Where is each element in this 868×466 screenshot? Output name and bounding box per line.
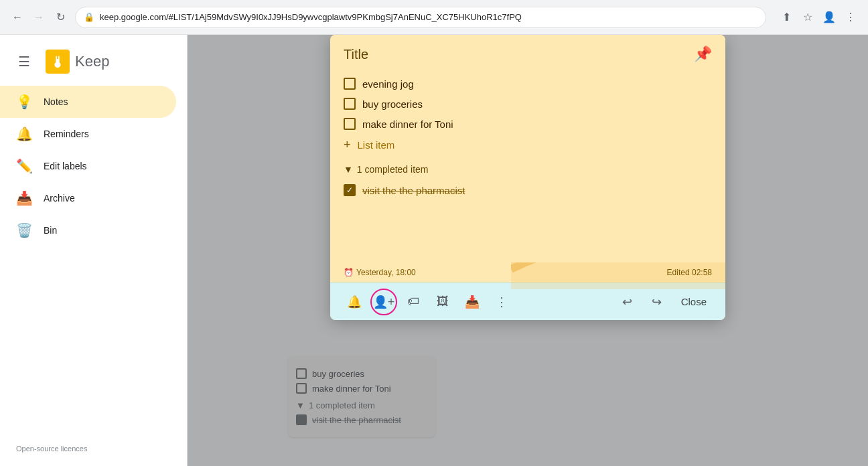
collaborator-button[interactable]: 👤+ bbox=[370, 289, 397, 315]
checkmark-icon: ✓ bbox=[346, 185, 353, 195]
checklist-item-0: evening jog bbox=[344, 74, 712, 94]
image-icon: 🖼 bbox=[437, 295, 449, 309]
forward-button[interactable]: → bbox=[29, 8, 48, 27]
label-icon: 🏷 bbox=[407, 295, 419, 309]
remind-me-button[interactable]: 🔔 bbox=[341, 289, 368, 315]
sidebar-label-archive: Archive bbox=[44, 193, 75, 204]
add-image-button[interactable]: 🖼 bbox=[429, 289, 456, 315]
meta-time: Yesterday, 18:00 bbox=[356, 268, 416, 277]
nav-icons: ← → ↻ bbox=[8, 8, 70, 27]
add-item-plus-icon: + bbox=[344, 138, 351, 152]
completed-toggle[interactable]: ▼ 1 completed item bbox=[344, 164, 712, 175]
sidebar-item-archive[interactable]: 📥 Archive bbox=[0, 182, 176, 214]
sidebar-label-bin: Bin bbox=[44, 225, 57, 236]
checklist: evening jog buy groceries make dinner fo… bbox=[344, 74, 712, 134]
redo-button[interactable]: ↪ bbox=[644, 289, 670, 315]
checklist-checkbox-2[interactable] bbox=[344, 118, 356, 130]
add-item-row[interactable]: + List item bbox=[344, 134, 712, 156]
sidebar-item-edit-labels[interactable]: ✏️ Edit labels bbox=[0, 150, 176, 182]
undo-icon: ↩ bbox=[622, 295, 632, 309]
browser-actions: ⬆ ☆ 👤 ⋮ bbox=[777, 8, 860, 27]
archive-icon-footer: 📥 bbox=[465, 295, 480, 309]
undo-button[interactable]: ↩ bbox=[614, 289, 641, 315]
clock-icon: ⏰ bbox=[344, 268, 354, 277]
alarm-icon: 🔔 bbox=[347, 295, 362, 309]
bookmark-button[interactable]: ☆ bbox=[798, 8, 817, 27]
bin-icon: 🗑️ bbox=[16, 222, 33, 238]
keep-svg bbox=[50, 54, 65, 69]
completed-section: ▼ 1 completed item ✓ visit the the pharm… bbox=[344, 164, 712, 200]
sidebar-footer[interactable]: Open-source licences bbox=[0, 437, 187, 461]
reminders-icon: 🔔 bbox=[16, 126, 33, 142]
note-title-input[interactable] bbox=[344, 47, 657, 62]
address-bar[interactable]: 🔒 keep.google.com/#LIST/1Aj59MdvSWy9I0xJ… bbox=[75, 7, 766, 28]
browser-bar: ← → ↻ 🔒 keep.google.com/#LIST/1Aj59MdvSW… bbox=[0, 0, 868, 35]
completed-toggle-label: 1 completed item bbox=[357, 164, 429, 175]
app-name: Keep bbox=[75, 53, 109, 70]
sidebar-header: ☰ Keep bbox=[0, 40, 187, 83]
main-content: PINNED buy groceries make dinner for Ton… bbox=[188, 35, 868, 466]
sidebar: ☰ Keep 💡 Notes 🔔 Reminders ✏️ Edit label… bbox=[0, 35, 188, 466]
modal-meta: ⏰ Yesterday, 18:00 Edited 02:58 bbox=[330, 262, 725, 283]
reload-button[interactable]: ↻ bbox=[51, 8, 70, 27]
edit-labels-icon: ✏️ bbox=[16, 158, 33, 174]
app-logo: Keep bbox=[46, 50, 109, 74]
meta-time-icon: ⏰ Yesterday, 18:00 bbox=[344, 268, 416, 277]
settings-button[interactable]: ⋮ bbox=[841, 8, 860, 27]
completed-chevron-icon: ▼ bbox=[344, 164, 353, 175]
pin-button[interactable]: 📌 bbox=[694, 46, 712, 63]
more-dots-icon: ⋮ bbox=[496, 295, 508, 309]
modal-footer: 🔔 👤+ 🏷 🖼 📥 ⋮ ↩ bbox=[330, 283, 725, 320]
lock-icon: 🔒 bbox=[84, 12, 94, 22]
note-modal: 📌 evening jog buy groceries make dinner … bbox=[330, 35, 725, 320]
checklist-text-2: make dinner for Toni bbox=[362, 119, 453, 130]
completed-checkbox-0[interactable]: ✓ bbox=[344, 184, 356, 196]
share-button[interactable]: ⬆ bbox=[777, 8, 796, 27]
sidebar-nav: 💡 Notes 🔔 Reminders ✏️ Edit labels 📥 Arc… bbox=[0, 83, 187, 437]
completed-item-0: ✓ visit the the pharmacist bbox=[344, 180, 712, 200]
checklist-checkbox-1[interactable] bbox=[344, 98, 356, 110]
sidebar-item-reminders[interactable]: 🔔 Reminders bbox=[0, 118, 176, 150]
profile-button[interactable]: 👤 bbox=[820, 8, 839, 27]
checklist-text-1: buy groceries bbox=[362, 98, 423, 110]
sidebar-label-edit-labels: Edit labels bbox=[44, 161, 87, 171]
back-button[interactable]: ← bbox=[8, 8, 27, 27]
checklist-item-1: buy groceries bbox=[344, 94, 712, 114]
more-button[interactable]: ⋮ bbox=[488, 289, 515, 315]
meta-edited: Edited 02:58 bbox=[667, 268, 712, 277]
sidebar-label-notes: Notes bbox=[44, 96, 68, 107]
sidebar-label-reminders: Reminders bbox=[44, 129, 89, 139]
modal-body: 📌 evening jog buy groceries make dinner … bbox=[330, 35, 725, 262]
add-item-label: List item bbox=[358, 139, 395, 151]
archive-button[interactable]: 📥 bbox=[459, 289, 486, 315]
checklist-text-0: evening jog bbox=[362, 78, 414, 90]
archive-icon: 📥 bbox=[16, 190, 33, 206]
redo-icon: ↪ bbox=[652, 295, 662, 309]
checklist-checkbox-0[interactable] bbox=[344, 78, 356, 90]
notes-icon: 💡 bbox=[16, 94, 33, 110]
completed-text-0: visit the the pharmacist bbox=[362, 185, 465, 196]
open-source-link[interactable]: Open-source licences bbox=[16, 445, 87, 453]
close-button[interactable]: Close bbox=[673, 296, 715, 307]
hamburger-button[interactable]: ☰ bbox=[11, 48, 38, 75]
keep-logo-icon bbox=[46, 50, 70, 74]
url-text: keep.google.com/#LIST/1Aj59MdvSWy9I0xJJ9… bbox=[100, 12, 522, 22]
sidebar-item-bin[interactable]: 🗑️ Bin bbox=[0, 214, 176, 246]
sidebar-item-notes[interactable]: 💡 Notes bbox=[0, 86, 176, 118]
app-layout: ☰ Keep 💡 Notes 🔔 Reminders ✏️ Edit label… bbox=[0, 35, 868, 466]
checklist-item-2: make dinner for Toni bbox=[344, 114, 712, 134]
modal-title-row: 📌 bbox=[344, 46, 712, 63]
add-label-button[interactable]: 🏷 bbox=[400, 289, 427, 315]
person-add-icon: 👤+ bbox=[373, 295, 395, 309]
